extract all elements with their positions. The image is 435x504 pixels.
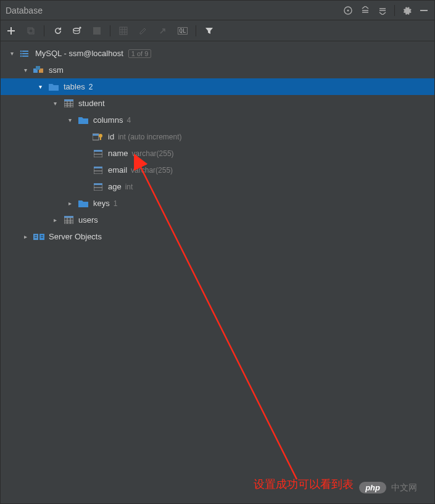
svg-rect-7	[120, 27, 127, 35]
chevron-down-icon[interactable]: ▾	[8, 50, 15, 57]
keys-folder-label: keys	[93, 199, 110, 208]
chevron-down-icon[interactable]: ▾	[66, 117, 73, 123]
svg-point-10	[20, 55, 22, 57]
server-objects-icon	[33, 231, 45, 242]
columns-count: 4	[126, 116, 131, 125]
watermark: php 中文网	[359, 482, 417, 494]
svg-point-5	[73, 28, 80, 31]
column-name-node[interactable]: name varchar(255)	[1, 145, 434, 162]
column-icon	[92, 148, 104, 159]
watermark-text: 中文网	[391, 482, 417, 494]
svg-rect-21	[94, 150, 102, 152]
data-source-properties-button[interactable]	[70, 24, 84, 38]
chevron-down-icon[interactable]: ▾	[22, 67, 29, 73]
datasource-icon	[19, 48, 31, 59]
toolbar: QL	[1, 20, 434, 41]
folder-icon	[77, 115, 89, 126]
svg-rect-19	[100, 137, 101, 140]
svg-rect-4	[29, 29, 34, 34]
add-button[interactable]	[4, 24, 18, 38]
svg-rect-13	[36, 66, 40, 70]
table-users-node[interactable]: ▸ users	[1, 212, 434, 228]
column-id-label: id	[108, 132, 114, 141]
column-age-type: int	[125, 183, 133, 191]
server-objects-label: Server Objects	[49, 232, 102, 241]
schema-label: ssm	[49, 65, 64, 75]
svg-rect-15	[64, 99, 73, 101]
database-panel: Database	[0, 0, 435, 504]
column-email-type: varchar(255)	[131, 166, 173, 175]
stop-button[interactable]	[90, 24, 104, 38]
chevron-right-icon[interactable]: ▸	[51, 217, 59, 223]
server-objects-node[interactable]: ▸ Server Objects	[1, 228, 434, 245]
svg-rect-17	[93, 134, 99, 136]
chevron-right-icon[interactable]: ▸	[66, 200, 73, 207]
column-name-type: varchar(255)	[132, 149, 174, 158]
watermark-badge: php	[359, 482, 386, 494]
annotation-text: 设置成功可以看到表	[254, 477, 354, 492]
svg-rect-2	[420, 10, 428, 11]
separator	[44, 25, 44, 36]
columns-folder-node[interactable]: ▾ columns 4	[1, 112, 434, 128]
column-icon	[92, 165, 104, 176]
table-icon	[62, 98, 75, 109]
separator	[394, 5, 395, 16]
svg-rect-28	[33, 234, 38, 240]
datasource-node[interactable]: ▾ MySQL - ssm@localhost 1 of 9	[1, 45, 434, 62]
duplicate-button[interactable]	[24, 24, 38, 38]
primary-key-column-icon	[92, 131, 104, 143]
table-student-label: student	[78, 99, 105, 108]
table-users-label: users	[78, 215, 98, 225]
chevron-down-icon[interactable]: ▾	[51, 100, 59, 107]
hide-panel-icon[interactable]	[418, 5, 429, 16]
collapse-all-icon[interactable]	[377, 5, 388, 16]
svg-rect-3	[28, 28, 33, 33]
schema-icon	[33, 65, 45, 76]
tables-folder-label: tables	[64, 82, 85, 91]
table-icon	[62, 215, 75, 226]
svg-rect-29	[39, 234, 44, 240]
svg-rect-6	[93, 27, 101, 35]
column-email-node[interactable]: email varchar(255)	[1, 162, 434, 178]
svg-rect-25	[94, 183, 102, 185]
tables-folder-node[interactable]: ▾ tables 2	[1, 78, 434, 95]
schema-node[interactable]: ▾ ssm	[1, 62, 434, 78]
folder-icon	[77, 198, 89, 209]
edit-button[interactable]	[136, 24, 150, 38]
table-view-button[interactable]	[117, 24, 130, 38]
keys-folder-node[interactable]: ▸ keys 1	[1, 195, 434, 212]
svg-point-1	[347, 9, 349, 11]
column-age-node[interactable]: age int	[1, 178, 434, 195]
table-student-node[interactable]: ▾ student	[1, 95, 434, 112]
svg-rect-23	[94, 167, 102, 168]
svg-rect-27	[64, 216, 73, 218]
keys-count: 1	[114, 199, 118, 208]
tables-count: 2	[89, 83, 93, 91]
target-icon[interactable]	[342, 5, 354, 16]
column-id-type: int (auto increment)	[118, 133, 181, 141]
column-icon	[92, 181, 104, 192]
panel-title: Database	[6, 6, 43, 15]
titlebar-actions	[342, 5, 429, 16]
database-tree[interactable]: ▾ MySQL - ssm@localhost 1 of 9 ▾ ssm ▾ t…	[1, 41, 434, 503]
refresh-button[interactable]	[51, 24, 64, 38]
query-console-button[interactable]: QL	[176, 24, 189, 38]
expand-all-icon[interactable]	[360, 5, 371, 16]
column-name-label: name	[108, 149, 128, 158]
svg-point-8	[20, 50, 22, 52]
separator	[110, 25, 110, 36]
jump-button[interactable]	[156, 24, 170, 38]
datasource-label: MySQL - ssm@localhost	[35, 49, 123, 58]
chevron-down-icon[interactable]: ▾	[36, 83, 44, 90]
panel-titlebar: Database	[1, 1, 434, 20]
column-id-node[interactable]: id int (auto increment)	[1, 128, 434, 145]
column-age-label: age	[108, 182, 122, 191]
datasource-badge: 1 of 9	[128, 49, 152, 58]
chevron-right-icon[interactable]: ▸	[22, 233, 29, 240]
gear-icon[interactable]	[401, 5, 412, 16]
filter-button[interactable]	[202, 24, 216, 38]
svg-point-9	[20, 52, 22, 54]
column-email-label: email	[108, 165, 127, 175]
folder-icon	[48, 81, 60, 93]
columns-folder-label: columns	[93, 115, 123, 125]
